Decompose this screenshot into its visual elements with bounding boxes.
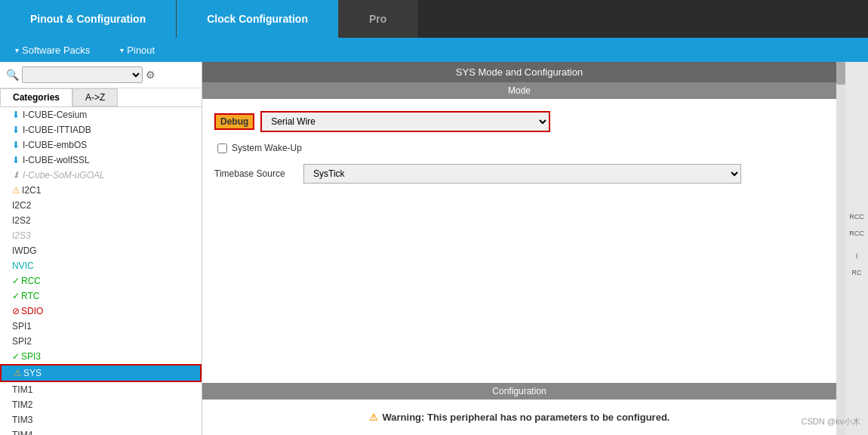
chevron-down-icon-2: ▾ xyxy=(120,46,124,54)
search-icon: 🔍 xyxy=(6,69,19,81)
debug-row: Debug Serial Wire No Debug Trace Asynchr… xyxy=(214,111,824,132)
tab-atoz[interactable]: A->Z xyxy=(72,88,118,106)
sidebar-item-i2s3[interactable]: I2S3 xyxy=(0,228,202,243)
right-label-i: I xyxy=(856,252,858,260)
check-icon-rcc: ✓ xyxy=(12,276,20,286)
watermark: CSDN @kv小木 xyxy=(802,416,860,427)
content-area: SYS Mode and Configuration Mode Debug Se… xyxy=(202,62,836,435)
sidebar-search-bar: 🔍 ⚙ xyxy=(0,62,202,88)
timebase-row: Timebase Source SysTick TIM1 TIM2 TIM3 xyxy=(214,164,824,184)
sidebar-item-spi3[interactable]: ✓SPI3 xyxy=(0,349,202,364)
search-select[interactable] xyxy=(22,66,143,83)
sidebar-item-spi1[interactable]: SPI1 xyxy=(0,319,202,334)
sidebar-item-tim4[interactable]: TIM4 xyxy=(0,427,202,435)
top-nav: Pinout & Configuration Clock Configurati… xyxy=(0,0,868,38)
sidebar-item-i2s2[interactable]: I2S2 xyxy=(0,213,202,228)
download-icon-2: ⬇ xyxy=(12,125,20,135)
sidebar-item-sys[interactable]: ⚠SYS xyxy=(0,364,202,382)
sidebar-item-tim3[interactable]: TIM3 xyxy=(0,412,202,427)
download-icon-5: ⬇ xyxy=(12,170,20,180)
warning-message: ⚠Warning: This peripheral has no paramet… xyxy=(369,412,670,423)
system-wakeup-row: System Wake-Up xyxy=(217,143,824,153)
nav-pinout-label: Pinout & Configuration xyxy=(30,13,146,25)
chevron-down-icon: ▾ xyxy=(15,46,19,54)
nav-pro[interactable]: Pro xyxy=(339,0,417,38)
download-icon: ⬇ xyxy=(12,110,20,120)
warning-icon-i2c1: ⚠ xyxy=(12,185,20,196)
subnav-pinout-label: Pinout xyxy=(127,45,155,56)
sidebar-item-iwdg[interactable]: IWDG xyxy=(0,243,202,258)
check-icon-spi3: ✓ xyxy=(12,351,20,362)
download-icon-3: ⬇ xyxy=(12,140,20,150)
subnav-software-packs-label: Software Packs xyxy=(22,45,90,56)
sub-nav: ▾ Software Packs ▾ Pinout xyxy=(0,38,868,62)
content-body: Debug Serial Wire No Debug Trace Asynchr… xyxy=(202,99,836,383)
warning-triangle-icon: ⚠ xyxy=(369,412,378,423)
nav-clock-label: Clock Configuration xyxy=(207,13,308,25)
right-labels: RCC RCC I RC xyxy=(845,62,868,435)
debug-label: Debug xyxy=(214,113,254,130)
sidebar-item-icube-som[interactable]: ⬇I-Cube-SoM-uGOAL xyxy=(0,168,202,183)
warning-box: ⚠Warning: This peripheral has no paramet… xyxy=(202,400,836,435)
sidebar-item-spi2[interactable]: SPI2 xyxy=(0,334,202,349)
sidebar-item-i2c2[interactable]: I2C2 xyxy=(0,198,202,213)
sidebar-item-rcc[interactable]: ✓RCC xyxy=(0,273,202,288)
sidebar-item-tim2[interactable]: TIM2 xyxy=(0,397,202,412)
sidebar-item-icube-wolfssl[interactable]: ⬇I-CUBE-wolfSSL xyxy=(0,153,202,168)
sidebar-item-sdio[interactable]: ⊘SDIO xyxy=(0,304,202,319)
sidebar-item-rtc[interactable]: ✓RTC xyxy=(0,288,202,304)
gear-icon[interactable]: ⚙ xyxy=(146,69,155,81)
debug-select[interactable]: Serial Wire No Debug Trace Asynchronous … xyxy=(262,113,549,131)
timebase-select[interactable]: SysTick TIM1 TIM2 TIM3 xyxy=(303,164,741,184)
sidebar-list: ⬇I-CUBE-Cesium ⬇I-CUBE-ITTIADB ⬇I-CUBE-e… xyxy=(0,107,202,435)
sidebar-item-tim1[interactable]: TIM1 xyxy=(0,382,202,397)
content-title: SYS Mode and Configuration xyxy=(202,62,836,82)
sidebar-item-icube-cesium[interactable]: ⬇I-CUBE-Cesium xyxy=(0,107,202,122)
tab-categories[interactable]: Categories xyxy=(0,88,72,106)
sidebar-item-icube-embos[interactable]: ⬇I-CUBE-embOS xyxy=(0,137,202,153)
check-icon-rtc: ✓ xyxy=(12,291,20,301)
mode-section-header: Mode xyxy=(202,82,836,99)
sidebar-tabs: Categories A->Z xyxy=(0,88,202,107)
subnav-pinout[interactable]: ▾ Pinout xyxy=(105,45,170,56)
right-label-rcc1: RCC xyxy=(849,213,864,221)
download-icon-4: ⬇ xyxy=(12,155,20,165)
system-wakeup-label: System Wake-Up xyxy=(232,143,302,153)
error-icon-sdio: ⊘ xyxy=(12,306,20,316)
sidebar: 🔍 ⚙ Categories A->Z ⬇I-CUBE-Cesium ⬇I-CU… xyxy=(0,62,202,435)
main-layout: 🔍 ⚙ Categories A->Z ⬇I-CUBE-Cesium ⬇I-CU… xyxy=(0,62,868,435)
system-wakeup-checkbox[interactable] xyxy=(217,143,227,153)
scrollbar-thumb[interactable] xyxy=(836,62,845,85)
debug-select-wrapper: Serial Wire No Debug Trace Asynchronous … xyxy=(260,111,550,132)
right-label-rcc2: RCC xyxy=(849,230,864,237)
right-label-rc: RC xyxy=(852,269,862,276)
nav-pro-label: Pro xyxy=(369,13,386,25)
scrollbar[interactable] xyxy=(836,62,845,435)
nav-clock[interactable]: Clock Configuration xyxy=(177,0,339,38)
timebase-label: Timebase Source xyxy=(214,168,297,179)
sidebar-item-nvic[interactable]: NVIC xyxy=(0,258,202,273)
warning-icon-sys: ⚠ xyxy=(14,368,22,378)
nav-pinout[interactable]: Pinout & Configuration xyxy=(0,0,177,38)
subnav-software-packs[interactable]: ▾ Software Packs xyxy=(0,45,105,56)
sidebar-item-icube-ittiadb[interactable]: ⬇I-CUBE-ITTIADB xyxy=(0,122,202,137)
sidebar-item-i2c1[interactable]: ⚠I2C1 xyxy=(0,183,202,198)
config-section-header: Configuration xyxy=(202,383,836,400)
